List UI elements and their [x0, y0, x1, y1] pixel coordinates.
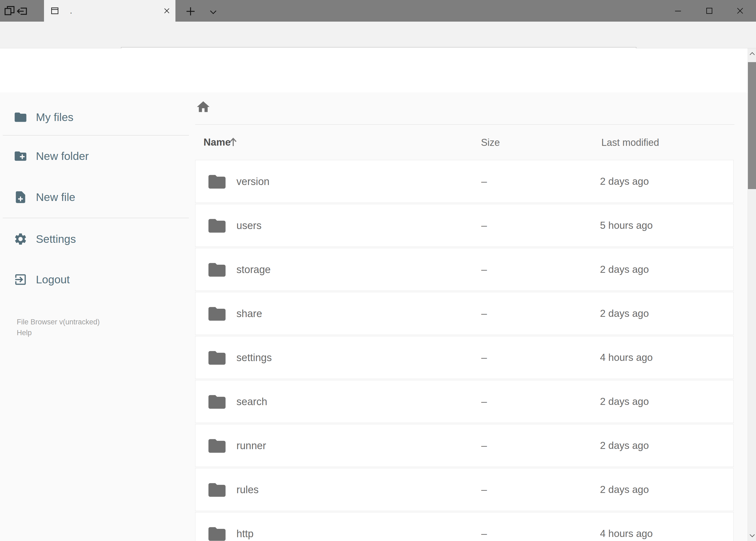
file-name: http [236, 528, 253, 540]
gear-icon [14, 232, 28, 246]
folder-icon [14, 110, 28, 124]
file-modified: 5 hours ago [600, 220, 652, 231]
folder-icon [207, 347, 227, 368]
filebrowser-header [0, 48, 748, 92]
minimize-button[interactable] [674, 7, 682, 15]
folder-icon [207, 436, 227, 456]
file-row[interactable]: http – 4 hours ago [195, 512, 734, 541]
sidebar-item-my-files[interactable]: My files [0, 108, 189, 127]
breadcrumb-divider [195, 124, 734, 125]
file-name: storage [236, 264, 271, 275]
file-row[interactable]: settings – 4 hours ago [195, 336, 734, 379]
file-row[interactable]: share – 2 days ago [195, 292, 734, 335]
page-icon [51, 6, 59, 15]
close-icon [736, 7, 744, 15]
breadcrumb-home-icon[interactable] [196, 99, 211, 115]
new-file-icon [14, 190, 28, 204]
sidebar-item-new-folder[interactable]: New folder [0, 146, 189, 166]
close-icon [163, 7, 171, 15]
file-size: – [481, 264, 487, 275]
folder-icon [207, 216, 227, 236]
minimize-icon [674, 7, 682, 15]
file-modified: 2 days ago [600, 484, 649, 495]
folder-icon [207, 172, 227, 192]
file-row[interactable]: rules – 2 days ago [195, 468, 734, 511]
column-header-name[interactable]: Name [203, 137, 231, 148]
file-name: settings [236, 352, 272, 363]
version-link[interactable]: File Browser v(untracked) [17, 316, 100, 327]
scroll-up-icon[interactable] [749, 51, 756, 58]
browser-tab[interactable]: . [44, 0, 175, 22]
file-name: users [236, 220, 262, 232]
file-modified: 2 days ago [600, 264, 649, 275]
file-name: search [236, 396, 267, 407]
maximize-button[interactable] [705, 7, 713, 15]
file-row[interactable]: search – 2 days ago [195, 380, 734, 423]
sidebar-divider [3, 135, 189, 136]
file-row[interactable]: runner – 2 days ago [195, 424, 734, 467]
file-name: version [236, 176, 270, 188]
browser-titlebar: . [0, 0, 756, 22]
file-size: – [481, 528, 487, 540]
folder-icon [207, 524, 227, 541]
set-tabs-aside-button[interactable] [16, 4, 29, 17]
sidebar-item-settings[interactable]: Settings [0, 229, 189, 249]
file-row[interactable]: version – 2 days ago [195, 160, 734, 203]
sidebar-divider [3, 218, 189, 218]
sidebar-item-label: Settings [36, 233, 76, 246]
browser-navbar: filebrowser.web/files/ [0, 22, 756, 48]
sidebar-item-logout[interactable]: Logout [0, 270, 189, 289]
filebrowser-body: My files New folder New file [0, 92, 748, 541]
file-row[interactable]: users – 5 hours ago [195, 204, 734, 247]
file-modified: 2 days ago [600, 308, 649, 319]
file-size: – [481, 484, 487, 496]
sort-ascending-icon[interactable] [227, 136, 239, 148]
file-modified: 2 days ago [600, 440, 649, 451]
new-folder-icon [14, 149, 28, 163]
tab-close-button[interactable] [162, 6, 172, 16]
tab-list-dropdown[interactable] [207, 5, 220, 18]
plus-icon [185, 6, 196, 17]
scrollbar-thumb[interactable] [748, 62, 756, 189]
browser-window: . [0, 0, 756, 541]
tab-title: . [70, 6, 72, 15]
column-header-modified[interactable]: Last modified [601, 137, 659, 148]
set-aside-icon [16, 5, 28, 17]
maximize-icon [705, 7, 713, 15]
sidebar-item-label: New folder [36, 150, 89, 163]
file-modified: 4 hours ago [600, 528, 652, 539]
sidebar-item-label: New file [36, 191, 75, 204]
listing-header: Name Size Last modified [195, 136, 734, 149]
column-header-size[interactable]: Size [481, 137, 500, 148]
file-name: share [236, 308, 262, 319]
tab-preview-button[interactable] [3, 4, 16, 17]
folder-icon [207, 303, 227, 324]
logout-icon [14, 272, 28, 286]
file-name: rules [236, 484, 259, 496]
file-size: – [481, 396, 487, 407]
sidebar-item-label: My files [36, 111, 74, 124]
tab-stack-icon [4, 5, 16, 17]
folder-icon [207, 480, 227, 500]
folder-icon [207, 260, 227, 280]
sidebar-item-label: Logout [36, 273, 70, 286]
chevron-down-icon [209, 7, 218, 16]
sidebar-item-new-file[interactable]: New file [0, 188, 189, 207]
scroll-down-icon[interactable] [749, 532, 756, 539]
file-row[interactable]: storage – 2 days ago [195, 248, 734, 291]
file-size: – [481, 440, 487, 452]
file-modified: 2 days ago [600, 396, 649, 407]
file-name: runner [236, 440, 266, 452]
sidebar: My files New folder New file [0, 92, 194, 541]
new-tab-button[interactable] [184, 5, 197, 18]
folder-icon [207, 392, 227, 412]
page-scrollbar[interactable] [748, 48, 756, 541]
window-close-button[interactable] [736, 7, 744, 15]
file-modified: 4 hours ago [600, 352, 652, 363]
file-size: – [481, 176, 487, 188]
file-rows: version – 2 days ago users – 5 hours ago [195, 160, 734, 541]
file-size: – [481, 220, 487, 232]
sidebar-footer: File Browser v(untracked) Help [17, 316, 100, 338]
help-link[interactable]: Help [17, 327, 100, 338]
file-size: – [481, 352, 487, 363]
